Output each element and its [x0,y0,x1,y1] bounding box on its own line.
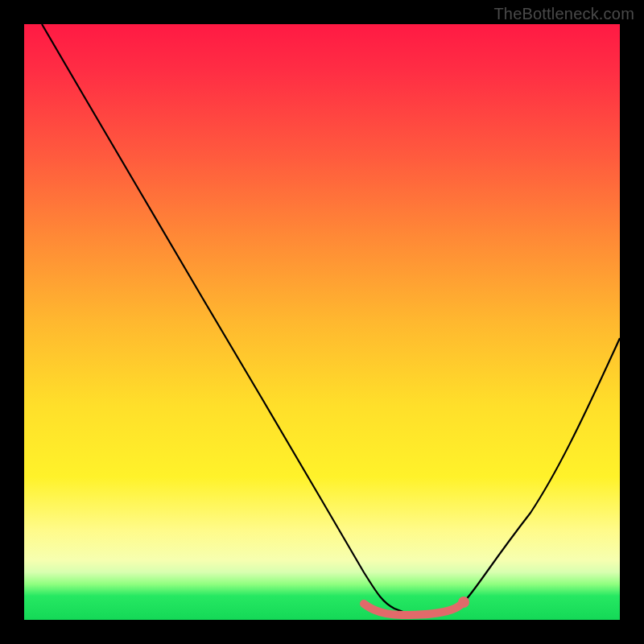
watermark-text: TheBottleneck.com [493,5,634,23]
gradient-plot-area [24,24,620,620]
marker-dot [458,597,469,608]
chart-frame: TheBottleneck.com [0,0,644,644]
bottleneck-curve-svg [24,24,620,620]
bottleneck-curve-path [42,24,620,615]
flat-minimum-band [364,602,464,615]
